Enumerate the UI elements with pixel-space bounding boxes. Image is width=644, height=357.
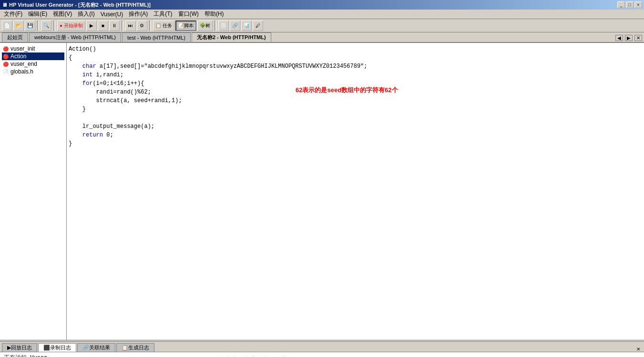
menu-edit[interactable]: 编辑(E) bbox=[25, 9, 50, 19]
log-line-1: 正在运行 Vuser... bbox=[4, 354, 640, 357]
tree-item-vuser-init[interactable]: 🔴 vuser_init bbox=[2, 45, 64, 52]
task-button[interactable]: 📋 任务 bbox=[153, 21, 174, 31]
menu-tools[interactable]: 工具(T) bbox=[151, 9, 175, 19]
stop-button[interactable]: ■ bbox=[98, 21, 108, 31]
bottom-tab-related[interactable]: 🔗 关联结果 bbox=[77, 343, 115, 352]
bottom-panel-close[interactable]: ✕ bbox=[634, 346, 642, 352]
tree-item-globals-label: globals.h bbox=[10, 68, 33, 75]
code-line-3: char a[17],seed[]="abcdefghijklmnopqrstu… bbox=[69, 62, 642, 71]
file-tree: 🔴 vuser_init 🔴 Action 🔴 vuser_end 📄 glob… bbox=[0, 43, 67, 340]
extra3[interactable]: 📊 bbox=[241, 21, 252, 31]
play-button[interactable]: ▶ bbox=[86, 21, 97, 31]
bottom-tab-replay-label: 回放日志 bbox=[11, 344, 32, 351]
tree-item-vuser-init-label: vuser_init bbox=[10, 45, 35, 52]
tab-webtours[interactable]: webtours注册 - Web (HTTP/HTML) bbox=[29, 32, 121, 42]
app-icon: 🖥 bbox=[2, 2, 7, 8]
record-button[interactable]: ● 开始录制 bbox=[57, 21, 85, 31]
sep3 bbox=[122, 21, 123, 31]
tree-item-action[interactable]: 🔴 Action bbox=[2, 52, 64, 60]
close-button[interactable]: × bbox=[634, 1, 642, 8]
menu-view[interactable]: 视图(V) bbox=[50, 9, 75, 19]
extra2[interactable]: 🔗 bbox=[230, 21, 240, 31]
tree-item-vuser-end-label: vuser_end bbox=[10, 61, 37, 67]
tree-item-globals[interactable]: 📄 globals.h bbox=[2, 68, 64, 75]
extra1[interactable]: ⬜ bbox=[218, 21, 229, 31]
tree-button[interactable]: 🌳树 bbox=[197, 21, 213, 31]
tree-item-vuser-end[interactable]: 🔴 vuser_end bbox=[2, 60, 64, 68]
title-bar: 🖥 HP Virtual User Generator - [无名称2 - We… bbox=[0, 0, 644, 10]
sep4 bbox=[149, 21, 151, 31]
tab-close[interactable]: ✕ bbox=[634, 35, 642, 41]
find-button[interactable]: 🔍 bbox=[41, 21, 51, 31]
bottom-tab-replay-icon: ▶ bbox=[7, 345, 11, 351]
sep1 bbox=[37, 21, 39, 31]
menu-file[interactable]: 文件(F) bbox=[1, 9, 25, 19]
bottom-tab-generate-icon: 📋 bbox=[122, 345, 128, 351]
tab-unnamed2[interactable]: 无名称2 - Web (HTTP/HTML) bbox=[192, 32, 271, 42]
code-annotation: 62表示的是seed数组中的字符有62个 bbox=[296, 86, 398, 94]
bottom-tab-replay[interactable]: ▶ 回放日志 bbox=[2, 343, 37, 352]
new-button[interactable]: 📄 bbox=[2, 21, 12, 31]
code-line-4: int i,randi; bbox=[69, 71, 642, 79]
tab-prev[interactable]: ◀ bbox=[615, 35, 623, 41]
bottom-tab-record-icon: ⬛ bbox=[43, 345, 50, 351]
bottom-tab-record[interactable]: ⬛ 录制日志 bbox=[38, 343, 76, 352]
open-button[interactable]: 📂 bbox=[13, 21, 24, 31]
title-bar-title: HP Virtual User Generator - [无名称2 - Web … bbox=[9, 1, 151, 9]
bottom-tab-bar: ▶ 回放日志 ⬛ 录制日志 🔗 关联结果 📋 生成日志 ✕ bbox=[0, 342, 644, 352]
title-bar-text: 🖥 HP Virtual User Generator - [无名称2 - We… bbox=[2, 1, 151, 9]
bottom-tab-related-icon: 🔗 bbox=[82, 345, 89, 351]
log-area: 正在运行 Vuser... 正在开始迭代 1。 正在开始操作 Action。 A… bbox=[0, 352, 644, 357]
globals-icon: 📄 bbox=[3, 69, 9, 74]
menu-vuser[interactable]: Vuser(U) bbox=[98, 10, 126, 19]
minimize-button[interactable]: _ bbox=[617, 1, 625, 8]
tab-test[interactable]: test - Web (HTTP/HTML) bbox=[122, 32, 191, 42]
tab-navigation: ◀ ▶ ✕ bbox=[615, 35, 642, 42]
bottom-panel: ▶ 回放日志 ⬛ 录制日志 🔗 关联结果 📋 生成日志 ✕ 正在运行 Vuser… bbox=[0, 342, 644, 357]
tab-bar: 起始页 webtours注册 - Web (HTTP/HTML) test - … bbox=[0, 32, 644, 43]
save-button[interactable]: 💾 bbox=[25, 21, 35, 31]
action-icon: 🔴 bbox=[3, 54, 9, 59]
vuser-init-icon: 🔴 bbox=[3, 46, 9, 52]
code-editor[interactable]: Action() { char a[17],seed[]="abcdefghij… bbox=[67, 43, 644, 340]
bottom-tab-related-label: 关联结果 bbox=[89, 344, 110, 351]
step-button[interactable]: ⏭ bbox=[125, 21, 136, 31]
menu-insert[interactable]: 插入(I) bbox=[75, 9, 97, 19]
extra4[interactable]: 🖊 bbox=[253, 21, 263, 31]
tab-next[interactable]: ▶ bbox=[625, 35, 633, 41]
menu-help[interactable]: 帮助(H) bbox=[202, 9, 227, 19]
code-line-7: strncat(a, seed+randi,1); bbox=[69, 96, 642, 105]
menu-bar: 文件(F) 编辑(E) 视图(V) 插入(I) Vuser(U) 操作(A) 工… bbox=[0, 10, 644, 19]
bottom-tab-generate[interactable]: 📋 生成日志 bbox=[116, 343, 154, 352]
toolbar: 📄 📂 💾 🔍 ● 开始录制 ▶ ■ ⏸ ⏭ ⚙ 📋 任务 📝脚本 🌳树 ⬜ 🔗… bbox=[0, 19, 644, 32]
code-line-9 bbox=[69, 114, 642, 122]
bottom-tab-generate-label: 生成日志 bbox=[128, 344, 149, 351]
code-line-1: Action() bbox=[69, 45, 642, 53]
script-button[interactable]: 📝脚本 bbox=[175, 21, 196, 31]
sep5 bbox=[215, 21, 216, 31]
tree-item-action-label: Action bbox=[10, 53, 26, 60]
code-line-11: return 0; bbox=[69, 131, 642, 139]
main-area: 🔴 vuser_init 🔴 Action 🔴 vuser_end 📄 glob… bbox=[0, 43, 644, 340]
tab-startpage[interactable]: 起始页 bbox=[2, 32, 28, 42]
sep2 bbox=[53, 21, 55, 31]
menu-action[interactable]: 操作(A) bbox=[126, 9, 151, 19]
maximize-button[interactable]: □ bbox=[626, 1, 634, 8]
title-bar-buttons: _ □ × bbox=[617, 1, 642, 8]
bottom-tab-record-label: 录制日志 bbox=[50, 344, 71, 351]
vuser-end-icon: 🔴 bbox=[3, 62, 9, 67]
code-line-8: } bbox=[69, 105, 642, 114]
compile-button[interactable]: ⚙ bbox=[137, 21, 147, 31]
code-line-12: } bbox=[69, 139, 642, 148]
code-line-10: lr_output_message(a); bbox=[69, 122, 642, 131]
menu-window[interactable]: 窗口(W) bbox=[175, 9, 202, 19]
pause-button[interactable]: ⏸ bbox=[109, 21, 120, 31]
code-line-2: { bbox=[69, 53, 642, 62]
